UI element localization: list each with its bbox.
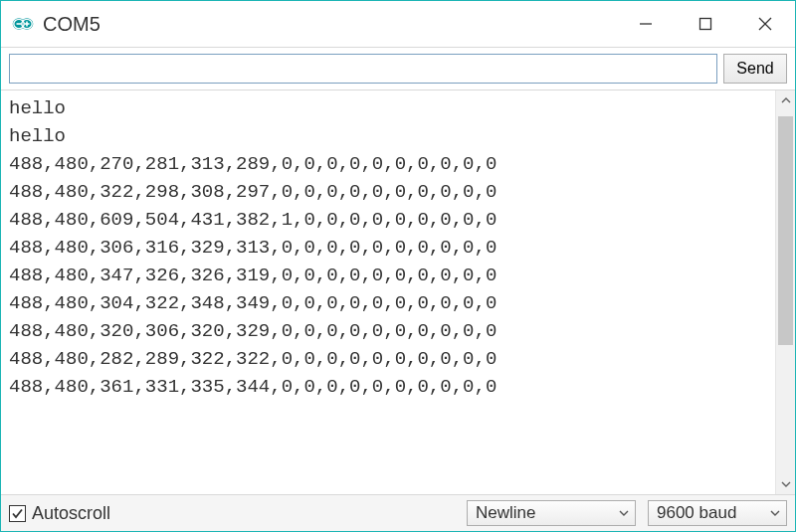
chevron-down-icon (619, 503, 629, 523)
minimize-button[interactable] (616, 1, 676, 47)
titlebar: COM5 (1, 1, 795, 47)
autoscroll-checkbox[interactable]: Autoscroll (9, 503, 455, 524)
scroll-track[interactable] (776, 110, 795, 474)
line-ending-select[interactable]: Newline (467, 500, 636, 526)
maximize-button[interactable] (676, 1, 735, 47)
footer-bar: Autoscroll Newline 9600 baud (1, 495, 795, 531)
window-title: COM5 (43, 13, 616, 36)
serial-monitor-window: COM5 Send hello hello 488,480,270,281,31… (0, 0, 796, 532)
send-row: Send (1, 47, 795, 89)
serial-output[interactable]: hello hello 488,480,270,281,313,289,0,0,… (1, 90, 775, 494)
checkbox-icon (9, 505, 26, 522)
vertical-scrollbar[interactable] (775, 90, 795, 494)
baud-rate-value: 9600 baud (657, 503, 736, 523)
svg-rect-8 (700, 19, 711, 30)
window-controls (616, 1, 795, 47)
serial-input[interactable] (9, 54, 717, 84)
autoscroll-label: Autoscroll (32, 503, 110, 524)
scroll-up-arrow-icon[interactable] (776, 90, 795, 110)
scroll-down-arrow-icon[interactable] (776, 474, 795, 494)
close-button[interactable] (735, 1, 795, 47)
send-button[interactable]: Send (723, 54, 787, 84)
line-ending-value: Newline (476, 503, 535, 523)
output-area: hello hello 488,480,270,281,313,289,0,0,… (1, 89, 795, 495)
baud-rate-select[interactable]: 9600 baud (648, 500, 787, 526)
scroll-thumb[interactable] (778, 116, 793, 345)
arduino-icon (11, 12, 35, 36)
chevron-down-icon (770, 503, 780, 523)
